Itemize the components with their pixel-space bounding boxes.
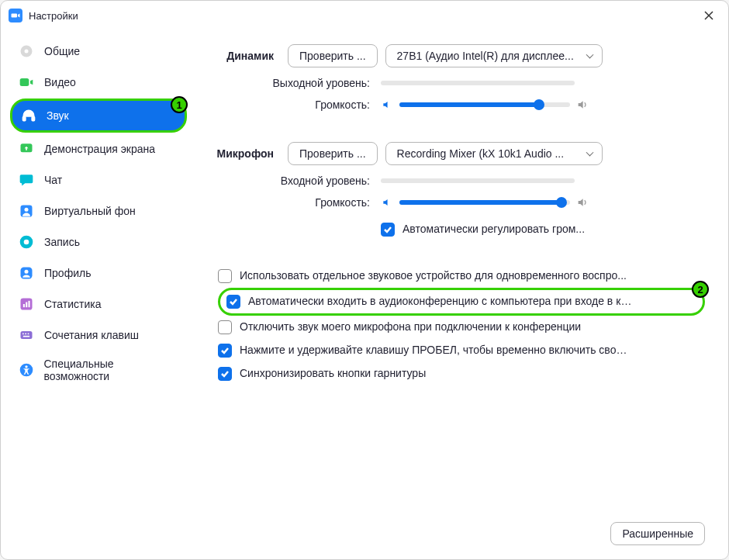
- input-level-meter: [381, 178, 575, 183]
- sidebar-item-accessibility[interactable]: Специальные возможности: [10, 351, 187, 389]
- svg-rect-14: [26, 302, 27, 308]
- sidebar-item-label: Статистика: [44, 298, 102, 310]
- speaker-volume-label: Громкость:: [202, 99, 381, 111]
- svg-rect-15: [29, 301, 30, 307]
- sidebar-item-label: Профиль: [44, 267, 91, 279]
- sidebar-item-recording[interactable]: Запись: [10, 227, 187, 257]
- push-to-talk-checkbox[interactable]: [218, 344, 232, 358]
- volume-high-icon: [576, 99, 589, 111]
- annotation-badge-1: 1: [171, 96, 188, 113]
- accessibility-icon: [18, 361, 34, 379]
- svg-point-22: [25, 365, 27, 368]
- svg-point-1: [25, 50, 29, 54]
- chat-icon: [18, 171, 35, 188]
- statistics-icon: [18, 296, 35, 313]
- svg-point-9: [24, 240, 29, 245]
- sidebar-item-label: Демонстрация экрана: [44, 143, 155, 155]
- push-to-talk-label: Нажмите и удерживайте клавишу ПРОБЕЛ, чт…: [240, 344, 627, 356]
- svg-rect-18: [25, 334, 26, 335]
- speaker-device-select[interactable]: 27B1 (Аудио Intel(R) для дисплее...: [385, 44, 603, 67]
- sidebar-item-label: Виртуальный фон: [44, 205, 136, 217]
- sidebar-item-video[interactable]: Видео: [10, 67, 187, 97]
- svg-point-7: [25, 208, 29, 212]
- sidebar-item-share-screen[interactable]: Демонстрация экрана: [10, 134, 187, 164]
- sidebar-item-label: Запись: [44, 236, 80, 248]
- sidebar-item-keyboard-shortcuts[interactable]: Сочетания клавиш: [10, 320, 187, 350]
- annotation-badge-2: 2: [692, 281, 709, 298]
- gear-icon: [18, 43, 35, 60]
- sync-headset-checkbox[interactable]: [218, 367, 232, 381]
- virtual-background-icon: [18, 202, 35, 220]
- auto-join-audio-label: Автоматически входить в аудиоконференцию…: [248, 295, 636, 307]
- sync-headset-label: Синхронизировать кнопки гарнитуры: [240, 367, 426, 379]
- test-speaker-button[interactable]: Проверить ...: [288, 44, 378, 67]
- svg-rect-4: [32, 117, 34, 121]
- sidebar-item-audio[interactable]: Звук 1: [10, 99, 187, 133]
- svg-rect-19: [28, 334, 29, 335]
- mic-volume-slider[interactable]: [399, 200, 570, 205]
- mic-section-label: Микрофон: [202, 147, 288, 160]
- sidebar-item-chat[interactable]: Чат: [10, 165, 187, 195]
- svg-rect-20: [23, 336, 29, 337]
- svg-rect-16: [21, 331, 33, 339]
- mute-on-join-label: Отключить звук моего микрофона при подкл…: [240, 320, 581, 333]
- volume-high-icon: [576, 196, 589, 209]
- video-icon: [18, 74, 35, 91]
- speaker-volume-slider[interactable]: [399, 102, 570, 107]
- close-button[interactable]: [697, 4, 720, 27]
- mic-device-select[interactable]: Recording Mixer (kX 10k1 Audio ...: [385, 142, 603, 165]
- app-icon: [9, 9, 22, 22]
- share-screen-icon: [18, 140, 35, 157]
- test-mic-button[interactable]: Проверить ...: [288, 142, 378, 165]
- sidebar-item-virtual-background[interactable]: Виртуальный фон: [10, 196, 187, 226]
- auto-adjust-volume-label: Автоматически регулировать гром...: [403, 223, 585, 235]
- volume-low-icon: [381, 196, 393, 209]
- auto-join-audio-checkbox[interactable]: [226, 295, 240, 309]
- profile-icon: [18, 264, 35, 282]
- output-level-meter: [381, 81, 575, 85]
- output-level-label: Выходной уровень:: [202, 77, 381, 89]
- auto-adjust-volume-checkbox[interactable]: [381, 223, 395, 237]
- mic-volume-label: Громкость:: [202, 196, 381, 209]
- titlebar: Настройки: [1, 1, 728, 30]
- keyboard-icon: [18, 327, 35, 344]
- svg-rect-3: [23, 117, 26, 121]
- sidebar-item-label: Видео: [44, 76, 76, 88]
- sidebar-item-general[interactable]: Общие: [10, 36, 187, 66]
- sidebar-item-label: Специальные возможности: [43, 358, 179, 382]
- advanced-button[interactable]: Расширенные: [610, 522, 705, 545]
- sidebar-item-label: Сочетания клавиш: [44, 329, 139, 341]
- sidebar-item-profile[interactable]: Профиль: [10, 258, 187, 288]
- headphones-icon: [20, 107, 37, 124]
- sidebar-item-statistics[interactable]: Статистика: [10, 289, 187, 319]
- svg-rect-2: [20, 78, 29, 86]
- settings-window: Настройки Общие Видео: [0, 0, 729, 560]
- separate-audio-device-checkbox[interactable]: [218, 269, 232, 283]
- sidebar-item-label: Звук: [47, 109, 69, 122]
- speaker-section-label: Динамик: [202, 50, 288, 62]
- input-level-label: Входной уровень:: [202, 175, 381, 187]
- sidebar-item-label: Общие: [44, 45, 80, 57]
- svg-point-11: [25, 270, 29, 274]
- mute-on-join-checkbox[interactable]: [218, 320, 232, 334]
- annotation-highlight-2: Автоматически входить в аудиоконференцию…: [218, 288, 705, 316]
- window-title: Настройки: [29, 10, 78, 22]
- sidebar-item-label: Чат: [44, 174, 62, 186]
- recording-icon: [18, 233, 35, 251]
- separate-audio-device-label: Использовать отдельное звуковое устройст…: [240, 269, 627, 282]
- sidebar: Общие Видео Звук 1 Демонстрация экрана: [1, 30, 195, 559]
- svg-rect-13: [23, 304, 25, 307]
- svg-rect-17: [22, 334, 24, 335]
- volume-low-icon: [381, 99, 393, 111]
- content-panel: Динамик Проверить ... 27B1 (Аудио Intel(…: [195, 30, 728, 559]
